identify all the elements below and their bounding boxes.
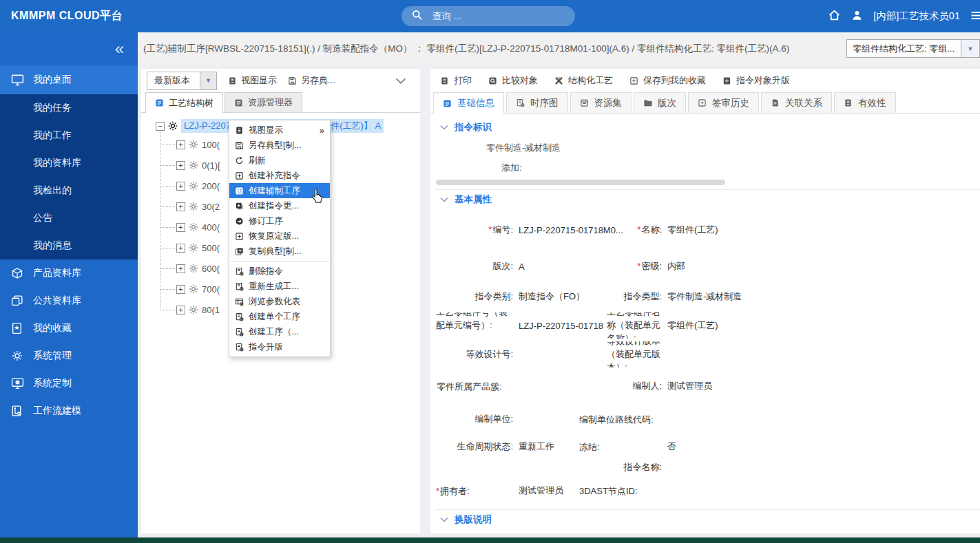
user-icon[interactable]	[851, 10, 863, 23]
menu-item-view-display[interactable]: 视图显示 »	[229, 123, 330, 138]
menu-item-refresh[interactable]: 刷新	[229, 153, 330, 168]
detail-tabs: 基础信息 时序图 资源集 版次 签审历史 关联关系	[430, 92, 980, 114]
section-instruction-id[interactable]: 指令标识	[435, 118, 980, 137]
print-button[interactable]: 打印	[440, 74, 472, 87]
sidebar-item-system-custom[interactable]: 系统定制	[0, 370, 138, 397]
sidebar-collapse-button[interactable]: «	[0, 32, 138, 65]
menu-item-copy-typical[interactable]: 复制典型[制...	[229, 244, 330, 259]
menu-item-create-process[interactable]: 创建工序（...	[229, 324, 330, 339]
save-icon	[288, 76, 297, 85]
expand-node-icon[interactable]: +	[176, 244, 185, 253]
field-label-assembly-unit-version: 等效设计版本（装配单元版本）:	[579, 341, 662, 368]
expand-node-icon[interactable]: +	[176, 306, 185, 315]
menu-item-label: 创建指令更...	[249, 200, 299, 212]
expand-node-icon[interactable]: +	[176, 223, 185, 232]
chevron-down-icon[interactable]: ▼	[961, 40, 979, 57]
sidebar-item-my-tasks[interactable]: 我的任务	[0, 94, 138, 122]
section-revision-note[interactable]: 换版说明	[435, 510, 980, 529]
tab-revisions[interactable]: 版次	[634, 92, 686, 113]
view-display-button[interactable]: 视图显示	[228, 74, 277, 87]
sidebar-item-announcements[interactable]: 公告	[0, 204, 138, 232]
field-row: 指令名称:	[435, 458, 980, 476]
tab-resource-manager[interactable]: 资源管理器	[225, 92, 302, 112]
context-dropdown[interactable]: 零组件结构化工艺: 零组... ▼	[846, 39, 980, 58]
expand-node-icon[interactable]: +	[176, 285, 185, 294]
collapse-node-icon[interactable]: −	[156, 122, 165, 131]
expand-node-icon[interactable]: +	[176, 264, 185, 273]
field-row: *拥有者: 测试管理员 3DAST节点ID:	[435, 476, 980, 505]
tab-process-structure-tree[interactable]: 工艺结构树	[145, 92, 223, 113]
version-select[interactable]: 最新版本 ▼	[147, 72, 217, 90]
expand-node-icon[interactable]: +	[176, 140, 185, 149]
chevron-down-icon[interactable]	[395, 76, 415, 86]
menu-item-instruction-upgrade[interactable]: 指令升版	[229, 339, 330, 354]
arrow-circle-icon	[235, 217, 244, 226]
expand-node-icon[interactable]: +	[176, 161, 185, 170]
compare-objects-button[interactable]: 比较对象	[488, 74, 538, 87]
tab-effectivity[interactable]: 有效性	[834, 92, 896, 113]
section-basic-properties[interactable]: 基本属性	[435, 190, 980, 209]
expand-node-icon[interactable]: +	[176, 182, 185, 191]
current-user[interactable]: [内部]工艺技术员01	[873, 10, 960, 23]
sidebar-item-system-admin[interactable]: 系统管理	[0, 342, 138, 370]
sidebar-item-my-checkouts[interactable]: 我检出的	[0, 177, 138, 204]
menu-item-browse-parametric-table[interactable]: 浏览参数化表	[229, 294, 330, 309]
sidebar-item-my-favorites[interactable]: 我的收藏	[0, 315, 138, 342]
chevron-down-icon[interactable]: ▼	[200, 72, 216, 89]
gear-icon	[189, 140, 198, 149]
gear-icon	[189, 264, 198, 273]
expand-node-icon[interactable]: +	[176, 202, 185, 211]
topbar-right: [内部]工艺技术员01	[828, 0, 977, 32]
menu-item-create-supplement-instruction[interactable]: 创建补充指令	[229, 168, 330, 183]
menu-item-save-as-typical[interactable]: 另存典型[制...	[229, 138, 330, 153]
tab-label: 时序图	[530, 97, 559, 109]
sidebar-item-public-library[interactable]: 公共资料库	[0, 287, 138, 315]
field-row: 生命周期状态: 重新工作 冻结: 否	[435, 435, 980, 458]
tab-timing-diagram[interactable]: 时序图	[506, 92, 568, 113]
sidebar-item-label: 我的资料库	[33, 157, 81, 169]
sidebar: « 我的桌面 我的任务 我的工作 我的资料库 我检出的 公告 我的消息 产品资料…	[0, 32, 138, 537]
tab-relationships[interactable]: 关联关系	[761, 92, 832, 113]
menu-item-revise-process[interactable]: 修订工序	[229, 213, 330, 228]
menu-item-label: 复制典型[制...	[249, 246, 301, 257]
tab-sign-review-history[interactable]: 签审历史	[688, 92, 759, 113]
sidebar-item-workflow-modeling[interactable]: 工作流建模	[0, 397, 138, 425]
field-label-name: *名称:	[637, 224, 662, 236]
sidebar-item-my-desktop[interactable]: 我的桌面	[0, 65, 138, 94]
sidebar-item-label: 系统定制	[33, 377, 72, 390]
tree-node-label: 700(	[202, 284, 220, 295]
menu-separator	[230, 261, 329, 262]
save-to-favorites-button[interactable]: 保存到我的收藏	[629, 74, 706, 87]
menu-icon[interactable]	[970, 10, 980, 23]
sidebar-item-my-library[interactable]: 我的资料库	[0, 149, 138, 177]
global-search[interactable]	[402, 6, 575, 26]
field-value-instruction-category: 制造指令（FO）	[519, 290, 574, 303]
tree-tabs: 工艺结构树 资源管理器	[141, 92, 420, 113]
menu-item-create-single-process[interactable]: 创建单个工序	[229, 309, 330, 324]
doc-icon	[228, 76, 237, 85]
tab-label: 关联关系	[785, 97, 822, 109]
timing-diagram-icon	[516, 98, 525, 107]
save-as-typical-button[interactable]: 另存典...	[288, 74, 335, 87]
tab-basic-info[interactable]: 基础信息	[433, 92, 504, 114]
chevron-down-icon	[440, 125, 448, 130]
menu-item-restore-original-version[interactable]: 恢复原定版...	[229, 228, 330, 244]
tab-resource-set[interactable]: 资源集	[570, 92, 632, 113]
plus-box-icon	[235, 171, 244, 180]
sidebar-item-product-library[interactable]: 产品资料库	[0, 259, 138, 287]
menu-item-regenerate-process[interactable]: 重新生成工...	[229, 279, 330, 294]
search-icon	[411, 9, 423, 23]
sidebar-item-my-messages[interactable]: 我的消息	[0, 232, 138, 259]
menu-item-delete-instruction[interactable]: 删除指令	[229, 264, 330, 279]
doc-gear-icon	[235, 343, 244, 352]
sidebar-item-label: 系统管理	[33, 350, 72, 362]
field-row: 零件所属产品簇: 编制人: 测试管理员	[435, 369, 980, 403]
sidebar-item-my-work[interactable]: 我的工作	[0, 122, 138, 149]
field-value-lifecycle-state: 重新工作	[519, 440, 574, 453]
horizontal-scrollbar[interactable]	[436, 180, 725, 185]
search-input[interactable]	[431, 10, 537, 22]
refresh-icon	[235, 156, 244, 165]
structured-process-button[interactable]: 结构化工艺	[554, 74, 613, 87]
instruction-upgrade-button[interactable]: 指令对象升版	[722, 74, 790, 87]
home-icon[interactable]	[828, 9, 841, 23]
